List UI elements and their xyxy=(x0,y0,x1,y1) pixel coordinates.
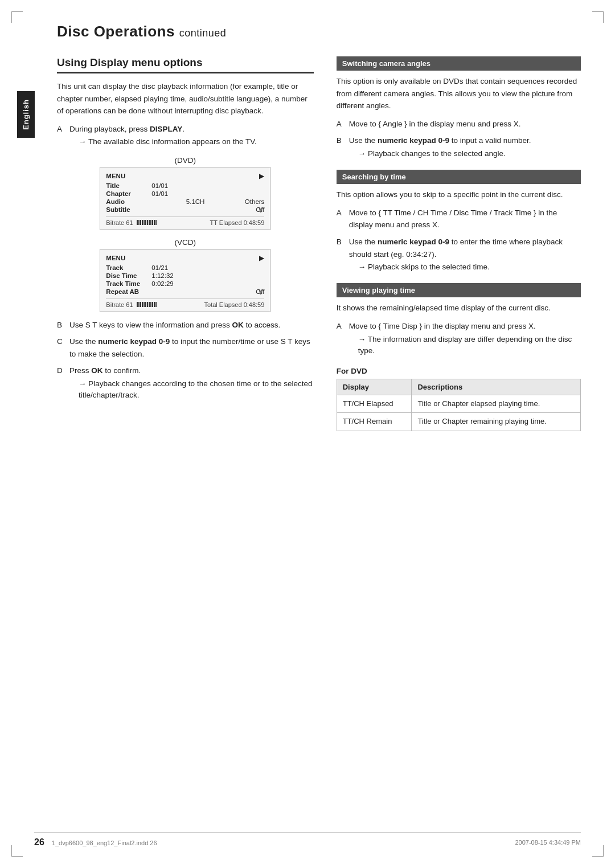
step-d-arrow: Playback changes according to the chosen… xyxy=(79,378,314,402)
camera-step-b-letter: B xyxy=(337,134,345,159)
left-column: Using Display menu options This unit can… xyxy=(57,56,314,441)
dvd-row-title: Title 01/01 xyxy=(106,182,264,189)
step-d-bold: OK xyxy=(91,366,102,375)
searching-step-b-bold: numeric keypad 0-9 xyxy=(378,238,449,246)
corner-mark-tr xyxy=(592,11,604,23)
dvd-table-header-display: Display xyxy=(337,379,412,395)
searching-time-steps: A Move to { TT Time / CH Time / Disc Tim… xyxy=(337,207,581,273)
vcd-row-tracktime: Track Time 0:02:29 xyxy=(106,280,264,287)
camera-step-a-content: Move to { Angle } in the display menu an… xyxy=(349,118,521,130)
dvd-label: (DVD) xyxy=(57,156,314,165)
two-col-layout: Using Display menu options This unit can… xyxy=(57,56,581,441)
step-b-letter: B xyxy=(57,319,65,331)
dvd-menu-label: MENU xyxy=(106,173,125,179)
section-searching-time: Searching by time This option allows you… xyxy=(337,170,581,273)
vcd-row-track: Track 01/21 xyxy=(106,264,264,271)
dvd-menu-row: MENU ▶ xyxy=(106,172,264,180)
searching-step-a-letter: A xyxy=(337,207,345,231)
dvd-title-value: 01/01 xyxy=(151,182,168,189)
dvd-table-cell-desc-1: Title or Chapter elapsed playing time. xyxy=(412,395,581,413)
dvd-row-audio: Audio 5.1CH Others xyxy=(106,198,264,205)
dvd-scroll-icon: ∨ xyxy=(257,204,264,215)
step-a-arrow: The available disc information appears o… xyxy=(79,136,257,148)
searching-step-a: A Move to { TT Time / CH Time / Disc Tim… xyxy=(337,207,581,231)
camera-step-a-letter: A xyxy=(337,118,345,130)
viewing-step-a-arrow: The information and display are differ d… xyxy=(358,334,581,357)
left-intro-text: This unit can display the disc playback … xyxy=(57,80,314,117)
dvd-table-cell-display-1: TT/CH Elapsed xyxy=(337,395,412,413)
camera-angles-heading: Switching camera angles xyxy=(337,56,581,71)
vcd-disctime-label: Disc Time xyxy=(106,272,151,279)
dvd-table-header-row: Display Descriptions xyxy=(337,379,580,395)
sidebar-english-tab: English xyxy=(17,91,35,138)
step-c-content: Use the numeric keypad 0-9 to input the … xyxy=(69,335,314,360)
dvd-table-row-1: TT/CH Elapsed Title or Chapter elapsed p… xyxy=(337,395,580,413)
searching-step-b: B Use the numeric keypad 0-9 to enter th… xyxy=(337,236,581,273)
corner-mark-tl xyxy=(11,11,23,23)
left-section-heading: Using Display menu options xyxy=(57,56,314,73)
viewing-step-a-text: Move to { Time Disp } in the display men… xyxy=(349,322,536,330)
viewing-step-a: A Move to { Time Disp } in the display m… xyxy=(337,320,581,357)
right-column: Switching camera angles This option is o… xyxy=(337,56,581,441)
dvd-table-body: TT/CH Elapsed Title or Chapter elapsed p… xyxy=(337,395,580,431)
dvd-bitrate-text: Bitrate 61 xyxy=(106,219,158,226)
searching-step-b-arrow: Playback skips to the selected time. xyxy=(358,261,581,273)
dvd-audio-value: 5.1CH xyxy=(186,198,205,205)
camera-step-b: B Use the numeric keypad 0-9 to input a … xyxy=(337,134,581,159)
viewing-step-a-content: Move to { Time Disp } in the display men… xyxy=(349,320,581,357)
vcd-tracktime-value: 0:02:29 xyxy=(151,280,173,287)
viewing-time-body: It shows the remaining/elapsed time disp… xyxy=(337,302,581,314)
remaining-steps-list: B Use S T keys to view the information a… xyxy=(57,319,314,402)
section-viewing-time: Viewing playing time It shows the remain… xyxy=(337,283,581,357)
viewing-time-heading: Viewing playing time xyxy=(337,283,581,297)
step-c-text: Use the numeric keypad 0-9 to input the … xyxy=(69,337,310,358)
vcd-scroll-icon: ∨ xyxy=(257,286,264,297)
dvd-table-row-2: TT/CH Remain Title or Chapter remaining … xyxy=(337,413,580,431)
vcd-menu-arrow: ▶ xyxy=(259,254,264,262)
dvd-row-chapter: Chapter 01/01 xyxy=(106,190,264,197)
searching-step-b-content: Use the numeric keypad 0-9 to enter the … xyxy=(349,236,581,273)
step-c-letter: C xyxy=(57,335,65,360)
camera-step-b-arrow: Playback changes to the selected angle. xyxy=(358,148,531,159)
step-b: B Use S T keys to view the information a… xyxy=(57,319,314,331)
step-a-text: During playback, press DISPLAY. xyxy=(69,125,184,133)
viewing-step-a-letter: A xyxy=(337,320,345,357)
viewing-time-steps: A Move to { Time Disp } in the display m… xyxy=(337,320,581,357)
dvd-chapter-label: Chapter xyxy=(106,190,151,197)
dvd-subtitle-label: Subtitle xyxy=(106,206,151,213)
vcd-bitrate-bar xyxy=(137,302,157,307)
searching-time-body: This option allows you to skip to a spec… xyxy=(337,189,581,201)
page-title-suffix: continued xyxy=(179,27,227,39)
dvd-elapsed-text: TT Elapsed 0:48:59 xyxy=(210,219,265,226)
page-title: Disc Operations continued xyxy=(57,23,581,40)
step-d-text: Press OK to confirm. xyxy=(69,366,141,375)
vcd-menu-label: MENU xyxy=(106,255,125,261)
page-container: English Disc Operations continued Using … xyxy=(0,0,615,868)
step-d: D Press OK to confirm. Playback changes … xyxy=(57,365,314,401)
vcd-track-label: Track xyxy=(106,264,151,271)
step-d-content: Press OK to confirm. Playback changes ac… xyxy=(69,365,314,401)
step-b-text: Use S T keys to view the information and… xyxy=(69,321,280,329)
section-camera-angles: Switching camera angles This option is o… xyxy=(337,56,581,159)
corner-mark-br xyxy=(592,845,604,857)
step-c-bold: numeric keypad 0-9 xyxy=(98,337,170,346)
steps-list: A During playback, press DISPLAY. The av… xyxy=(57,123,314,148)
dvd-table-header-descriptions: Descriptions xyxy=(412,379,581,395)
vcd-display-box: MENU ▶ Track 01/21 Disc Time 1:12:32 Tra… xyxy=(100,249,270,312)
camera-step-a-text: Move to { Angle } in the display menu an… xyxy=(349,120,521,128)
dvd-chapter-value: 01/01 xyxy=(151,190,168,197)
vcd-repeat-label: Repeat AB xyxy=(106,288,151,295)
footer-left: 26 1_dvp6600_98_eng12_Final2.indd 26 xyxy=(34,837,157,847)
step-b-content: Use S T keys to view the information and… xyxy=(69,319,280,331)
vcd-footer: Bitrate 61 Total Elapsed 0:48:59 xyxy=(106,298,264,308)
step-a-letter: A xyxy=(57,123,65,148)
vcd-disctime-value: 1:12:32 xyxy=(151,272,173,279)
dvd-title-label: Title xyxy=(106,182,151,189)
dvd-table-cell-desc-2: Title or Chapter remaining playing time. xyxy=(412,413,581,431)
dvd-footer: Bitrate 61 TT Elapsed 0:48:59 xyxy=(106,216,264,226)
section-for-dvd: For DVD Display Descriptions TT/CH Elaps… xyxy=(337,367,581,431)
camera-step-a: A Move to { Angle } in the display menu … xyxy=(337,118,581,130)
dvd-bitrate-bar xyxy=(137,220,157,225)
camera-step-b-content: Use the numeric keypad 0-9 to input a va… xyxy=(349,134,531,159)
step-d-letter: D xyxy=(57,365,65,401)
